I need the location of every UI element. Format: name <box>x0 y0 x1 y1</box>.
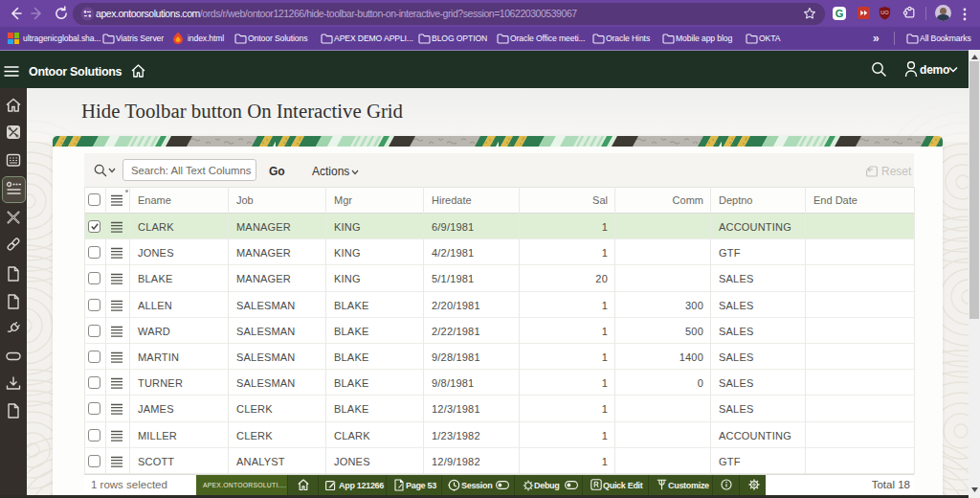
svg-text:UO: UO <box>880 10 889 15</box>
